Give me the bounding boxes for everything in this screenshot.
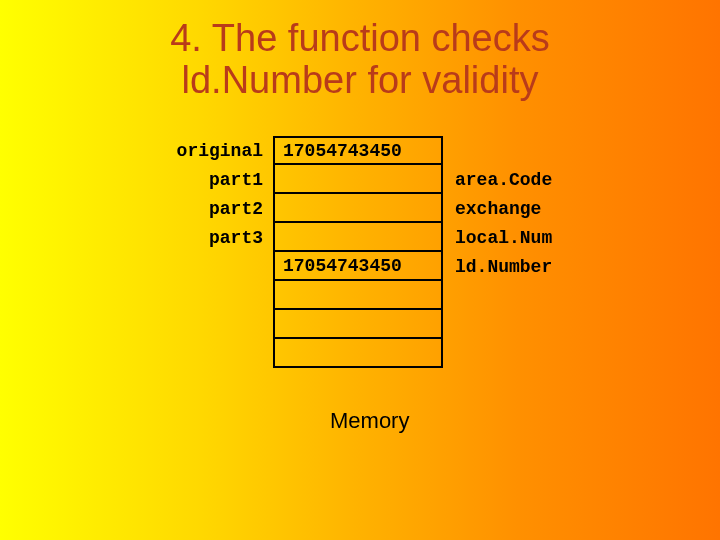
memory-diagram: original 17054743450 part1 area.Code par… xyxy=(158,136,578,368)
memory-cell-5 xyxy=(273,281,443,310)
left-label-original: original xyxy=(158,142,273,160)
memory-cell-1 xyxy=(273,165,443,194)
title-line-2: ld.Number for validity xyxy=(182,59,539,101)
right-label-areacode: area.Code xyxy=(443,171,578,189)
memory-grid: original 17054743450 part1 area.Code par… xyxy=(158,136,578,368)
memory-cell-3 xyxy=(273,223,443,252)
left-label-part1: part1 xyxy=(158,171,273,189)
memory-cell-4: 17054743450 xyxy=(273,252,443,281)
right-label-localnum: local.Num xyxy=(443,229,578,247)
slide-title: 4. The function checks ld.Number for val… xyxy=(0,18,720,102)
right-label-ldnumber: ld.Number xyxy=(443,258,578,276)
left-label-part2: part2 xyxy=(158,200,273,218)
memory-caption: Memory xyxy=(330,408,409,434)
slide: 4. The function checks ld.Number for val… xyxy=(0,0,720,540)
memory-cell-2 xyxy=(273,194,443,223)
title-line-1: 4. The function checks xyxy=(170,17,550,59)
memory-cell-7 xyxy=(273,339,443,368)
memory-cell-0: 17054743450 xyxy=(273,136,443,165)
left-label-part3: part3 xyxy=(158,229,273,247)
right-label-exchange: exchange xyxy=(443,200,578,218)
memory-cell-6 xyxy=(273,310,443,339)
